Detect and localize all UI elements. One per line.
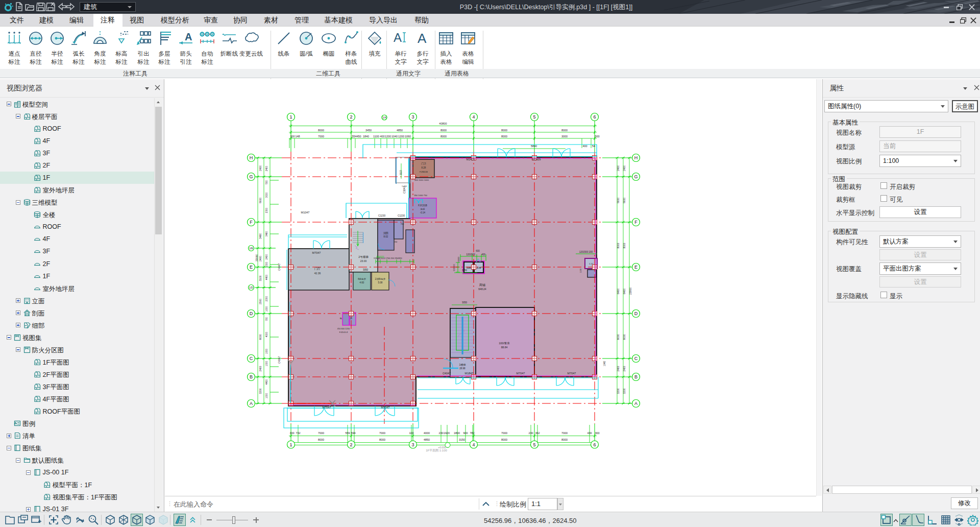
svg-text:7000: 7000 bbox=[318, 432, 324, 435]
svg-text:88.84: 88.84 bbox=[501, 346, 508, 349]
svg-text:H: H bbox=[634, 155, 638, 160]
svg-text:1113: 1113 bbox=[400, 170, 402, 175]
svg-text:3: 3 bbox=[411, 442, 414, 447]
svg-text:1: 1 bbox=[289, 442, 292, 447]
svg-text:1楼梯: 1楼梯 bbox=[459, 363, 466, 366]
svg-text:2400: 2400 bbox=[265, 254, 268, 259]
svg-text:1/E: 1/E bbox=[249, 247, 253, 250]
svg-text:4000: 4000 bbox=[265, 331, 268, 337]
svg-text:2400: 2400 bbox=[617, 165, 620, 171]
svg-text:3460: 3460 bbox=[265, 231, 268, 236]
svg-text:8000: 8000 bbox=[440, 135, 447, 138]
svg-text:3050: 3050 bbox=[462, 301, 468, 304]
svg-text:FJ/C01B: FJ/C01B bbox=[418, 204, 427, 207]
svg-text:600600: 600600 bbox=[453, 264, 455, 271]
svg-text:54: 54 bbox=[592, 145, 595, 148]
svg-text:1942: 1942 bbox=[603, 361, 606, 366]
svg-text:400: 400 bbox=[582, 145, 587, 148]
svg-text:4850: 4850 bbox=[424, 438, 430, 441]
svg-text:C4047: C4047 bbox=[443, 372, 451, 375]
svg-text:E: E bbox=[634, 265, 638, 270]
svg-text:1/D: 1/D bbox=[249, 286, 253, 289]
svg-text:1/A: 1/A bbox=[382, 116, 386, 119]
svg-text:400: 400 bbox=[481, 253, 485, 256]
svg-text:4400: 4400 bbox=[265, 379, 268, 385]
svg-text:FJ/M01B: FJ/M01B bbox=[420, 171, 428, 173]
svg-text:3050: 3050 bbox=[462, 269, 468, 272]
svg-text:8000: 8000 bbox=[318, 438, 324, 441]
svg-text:1060: 1060 bbox=[405, 135, 411, 138]
svg-text:559: 559 bbox=[345, 432, 350, 435]
svg-text:6000: 6000 bbox=[623, 334, 626, 340]
svg-text:2号楼梯: 2号楼梯 bbox=[358, 255, 369, 258]
svg-text:1000 4+4 1700 200 350820: 1000 4+4 1700 200 350820 bbox=[376, 257, 402, 259]
svg-text:1201500 200: 1201500 200 bbox=[579, 251, 593, 253]
svg-text:1.17: 1.17 bbox=[589, 262, 594, 265]
svg-text:300: 300 bbox=[595, 432, 599, 435]
svg-text:7000: 7000 bbox=[501, 432, 507, 435]
svg-text:150: 150 bbox=[394, 241, 398, 243]
svg-text:5: 5 bbox=[533, 442, 535, 447]
svg-text:B: B bbox=[250, 374, 253, 379]
svg-text:1100: 1100 bbox=[579, 268, 582, 273]
svg-text:8000: 8000 bbox=[501, 438, 507, 441]
svg-text:M7047: M7047 bbox=[568, 372, 576, 375]
svg-text:500 1000 1000: 500 1000 1000 bbox=[414, 179, 429, 181]
svg-text:C1230: C1230 bbox=[398, 214, 405, 217]
svg-text:G: G bbox=[249, 174, 253, 179]
svg-text:B: B bbox=[634, 374, 638, 379]
svg-text:2400: 2400 bbox=[259, 366, 262, 371]
svg-text:1920: 1920 bbox=[444, 432, 450, 435]
svg-text:2300: 2300 bbox=[265, 207, 268, 213]
svg-text:4: 4 bbox=[472, 114, 475, 119]
svg-text:6: 6 bbox=[593, 442, 596, 447]
svg-text:1 400: 1 400 bbox=[402, 185, 407, 187]
svg-text:732: 732 bbox=[296, 432, 300, 435]
svg-text:2400: 2400 bbox=[623, 366, 626, 371]
svg-text:1: 1 bbox=[289, 114, 292, 119]
svg-text:648.24: 648.24 bbox=[478, 288, 486, 291]
svg-text:1200: 1200 bbox=[398, 135, 404, 138]
svg-text:H: H bbox=[250, 155, 253, 160]
svg-text:C4047: C4047 bbox=[278, 356, 281, 364]
svg-text:门厅: 门厅 bbox=[314, 267, 321, 270]
svg-text:8.02: 8.02 bbox=[384, 235, 388, 238]
svg-text:230: 230 bbox=[438, 432, 443, 435]
svg-text:400: 400 bbox=[380, 135, 384, 138]
svg-text:3200: 3200 bbox=[623, 388, 626, 394]
svg-text:1000: 1000 bbox=[265, 306, 268, 312]
svg-text:230: 230 bbox=[528, 432, 533, 435]
svg-text:M7047: M7047 bbox=[517, 372, 525, 375]
svg-text:23800: 23800 bbox=[629, 288, 632, 295]
svg-text:6400: 6400 bbox=[617, 289, 620, 294]
svg-text:C1230: C1230 bbox=[378, 214, 385, 217]
svg-text:F: F bbox=[250, 220, 253, 225]
svg-text:300: 300 bbox=[289, 432, 294, 435]
svg-text:6: 6 bbox=[593, 114, 596, 119]
svg-text:1840: 1840 bbox=[363, 135, 369, 138]
svg-text:450 600 1200: 450 600 1200 bbox=[337, 327, 350, 330]
svg-text:4400: 4400 bbox=[265, 274, 268, 280]
svg-text:1200: 1200 bbox=[385, 135, 391, 138]
svg-text:6000: 6000 bbox=[259, 334, 262, 340]
svg-text:7000: 7000 bbox=[561, 432, 568, 435]
svg-text:8000: 8000 bbox=[617, 243, 620, 248]
svg-text:井: 井 bbox=[350, 317, 353, 320]
svg-text:4850: 4850 bbox=[397, 129, 403, 132]
svg-text:1201500: 1201500 bbox=[466, 253, 475, 256]
svg-text:23.00: 23.00 bbox=[360, 259, 367, 262]
svg-text:商铺: 商铺 bbox=[479, 283, 485, 286]
svg-text:100/车库: 100/车库 bbox=[499, 342, 510, 345]
svg-text:8000: 8000 bbox=[440, 129, 447, 132]
svg-text:A: A bbox=[250, 401, 253, 406]
svg-text:C: C bbox=[250, 356, 253, 361]
svg-text:7000: 7000 bbox=[379, 432, 385, 435]
svg-text:8000: 8000 bbox=[379, 438, 385, 441]
svg-text:A: A bbox=[634, 401, 638, 406]
svg-text:3050: 3050 bbox=[363, 269, 369, 271]
svg-text:594: 594 bbox=[351, 432, 355, 435]
svg-text:2400: 2400 bbox=[265, 165, 268, 171]
svg-text:9000: 9000 bbox=[617, 198, 620, 203]
svg-text:A: A bbox=[418, 31, 427, 46]
svg-text:2300: 2300 bbox=[265, 296, 268, 301]
